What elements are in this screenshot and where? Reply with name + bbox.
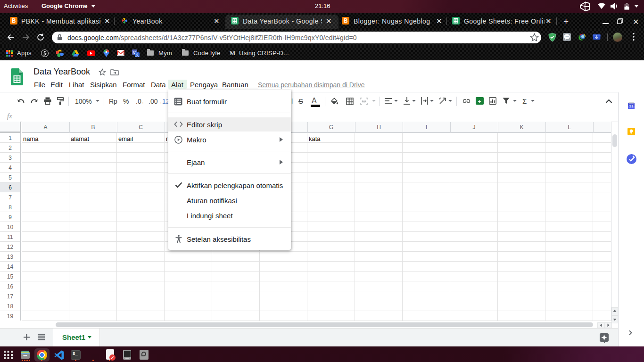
svg-text:文: 文 — [135, 53, 139, 57]
svg-text:31: 31 — [629, 104, 634, 108]
svg-text:LINE: LINE — [565, 36, 569, 38]
